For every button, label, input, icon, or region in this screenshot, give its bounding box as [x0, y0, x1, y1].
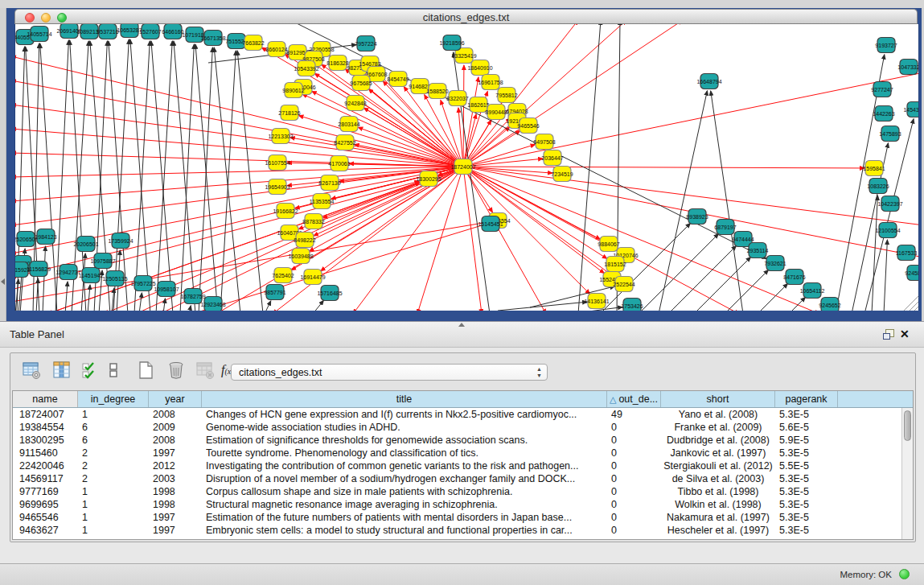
graph-node-label: 16039488: [288, 253, 313, 259]
graph-node-label: 2522544: [613, 282, 634, 287]
table-row[interactable]: 911546021997Tourette syndrome. Phenomeno…: [13, 447, 901, 459]
cell-year: 1997: [153, 511, 201, 524]
cell-pagerank: 5.3E-5: [779, 408, 837, 421]
graph-node-label: 8322037: [446, 96, 468, 101]
column-header-name[interactable]: name: [13, 391, 78, 407]
table-row[interactable]: 977716911998Corpus callosum shape and si…: [13, 485, 901, 498]
graph-node-label: 10653287: [117, 27, 142, 33]
dropdown-arrows-icon: ▲▼: [536, 366, 542, 379]
column-header-year[interactable]: year: [149, 391, 202, 407]
collapse-left-icon[interactable]: [1, 278, 5, 285]
table-row[interactable]: 1938455462009Genome-wide association stu…: [13, 421, 901, 434]
graph-node-label: 4170061: [328, 161, 350, 167]
graph-node-label: 1595841: [863, 166, 885, 171]
graph-node-label: 15716485: [317, 290, 342, 296]
graph-edge: [65, 282, 68, 311]
vertical-scrollbar[interactable]: [901, 408, 913, 539]
graph-node-label: 17359924: [108, 238, 133, 244]
graph-edge: [15, 222, 488, 302]
graph-edge: [914, 307, 918, 311]
cell-title: Corpus callosum shape and size in male p…: [206, 485, 606, 498]
graph-node-label: 12923468: [200, 302, 225, 307]
table-row[interactable]: 969969511998Structural magnetic resonanc…: [13, 498, 901, 511]
graph-edge: [237, 51, 263, 311]
table-row[interactable]: 1830029562008Estimation of significance …: [13, 434, 901, 447]
graph-node-label: 8186328: [326, 60, 348, 66]
graph-node-label: 16107554: [265, 160, 290, 166]
cell-out_degree: 0: [611, 485, 659, 498]
graph-node-label: 11353554: [310, 199, 335, 204]
graph-edge: [363, 108, 463, 167]
float-panel-icon[interactable]: [883, 329, 894, 340]
splitter-expand-icon[interactable]: [458, 323, 465, 327]
window-titlebar[interactable]: citations_edges.txt: [14, 9, 918, 24]
column-header-out-degree[interactable]: △out_de...: [607, 391, 661, 407]
cell-out_degree: 0: [611, 511, 659, 524]
cell-name: 22420046: [19, 459, 77, 472]
graph-edge: [872, 196, 877, 311]
table-row[interactable]: 1872400712008Changes of HCN gene express…: [13, 408, 901, 421]
cell-short: Stergiakouli et al. (2012): [661, 459, 775, 472]
cell-year: 2008: [153, 408, 201, 421]
graph-edge: [189, 306, 191, 311]
network-view-window: citations_edges.txt 44055711405571420691…: [14, 9, 918, 311]
table-row[interactable]: 946362711997Embryonic stem cells: a mode…: [13, 524, 901, 537]
column-header-pagerank[interactable]: pagerank: [775, 391, 838, 407]
cell-name: 9699695: [19, 498, 77, 511]
graph-node-label: 16914479: [300, 274, 325, 280]
graph-node-label: 1984123: [35, 234, 56, 240]
graph-node-label: 12213303: [268, 134, 293, 139]
cell-title: Investigating the contribution of common…: [206, 459, 606, 472]
selection-checkmarks-icon[interactable]: [81, 360, 97, 380]
table-row[interactable]: 946554611997Estimation of the future num…: [13, 511, 901, 524]
cell-title: Estimation of significance thresholds fo…: [206, 434, 606, 447]
column-header-title[interactable]: title: [202, 391, 607, 407]
graph-node-label: 7955812: [495, 93, 517, 98]
new-column-icon[interactable]: [136, 360, 155, 380]
graph-edge: [884, 240, 887, 311]
graph-edge: [214, 47, 240, 311]
cell-short: Nakamura et al. (1997): [661, 511, 775, 524]
graph-node-label: 14055714: [27, 31, 51, 37]
cell-short: de Silva et al. (2003): [661, 472, 775, 485]
graph-edge: [463, 167, 864, 168]
delete-column-icon[interactable]: [166, 360, 186, 380]
column-header-in-degree[interactable]: in_degree: [78, 391, 149, 407]
graph-node-label: 1167533: [896, 250, 918, 256]
graph-node-label: 8454749: [387, 76, 409, 82]
graph-node-label: 8660124: [265, 47, 287, 52]
cell-short: Tibbo et al. (1998): [661, 485, 775, 498]
form-view-icon[interactable]: [107, 360, 120, 380]
graph-edge: [139, 293, 142, 311]
graph-edge: [463, 24, 578, 167]
cell-in_degree: 1: [82, 408, 146, 421]
table-selector-dropdown[interactable]: citations_edges.txt ▲▼: [231, 364, 548, 381]
table-selector-value: citations_edges.txt: [239, 367, 322, 378]
left-splitter-gutter[interactable]: [0, 8, 6, 322]
table-panel-header: Table Panel ✕: [0, 321, 924, 348]
graph-node-label: 9675685: [350, 80, 372, 86]
graph-node-label: 16671358: [200, 35, 225, 41]
network-canvas[interactable]: 4405571140557142069140610892133953721610…: [14, 24, 919, 311]
column-header-short[interactable]: short: [661, 391, 775, 407]
cell-year: 1998: [153, 498, 201, 511]
graph-node-label: 20206501: [73, 241, 98, 247]
network-graph[interactable]: 4405571140557142069140610892133953721610…: [15, 24, 918, 311]
scrollbar-thumb[interactable]: [904, 410, 911, 441]
cell-short: Hescheler et al. (1997): [661, 524, 775, 537]
close-panel-icon[interactable]: ✕: [900, 327, 910, 341]
graph-node-label: 14136141: [584, 299, 609, 304]
graph-node-label: 19654903: [265, 184, 290, 190]
graph-node-label: 2718126: [278, 110, 300, 116]
graph-node-label: 9474444: [732, 237, 754, 242]
graph-edge: [463, 167, 617, 250]
table-settings-icon[interactable]: [22, 360, 41, 380]
column-visibility-icon[interactable]: [52, 360, 72, 380]
graph-node-label: 14543342: [903, 107, 918, 113]
cell-in_degree: 1: [82, 498, 146, 511]
table-row[interactable]: 1456911722003Disruption of a novel membe…: [13, 472, 901, 485]
graph-node-label: 1588520: [426, 89, 448, 94]
graph-node-label: 1047332: [897, 64, 918, 70]
graph-node-label: 11156829: [27, 266, 51, 272]
table-row[interactable]: 2242004622012Investigating the contribut…: [13, 459, 901, 472]
